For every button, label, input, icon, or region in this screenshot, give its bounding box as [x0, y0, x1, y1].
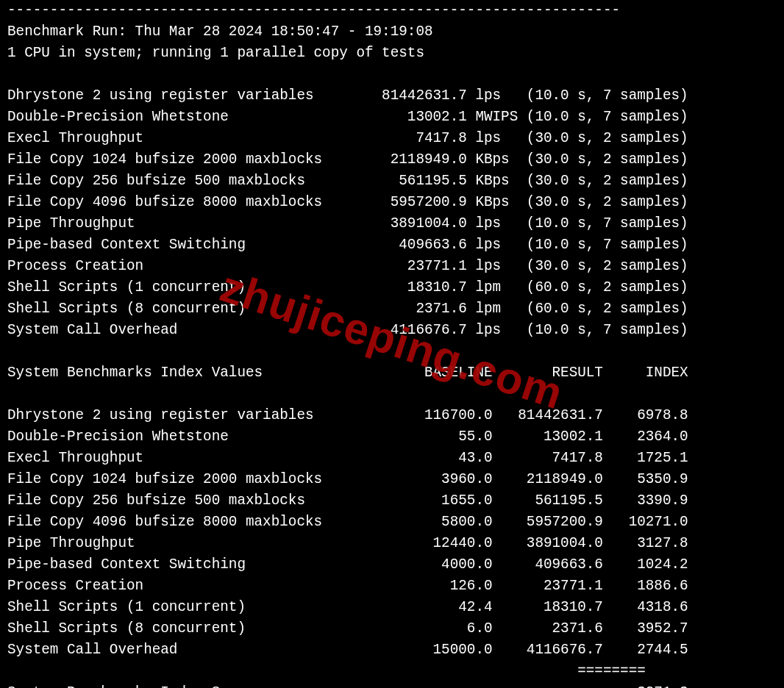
run-line: Benchmark Run: Thu Mar 28 2024 18:50:47 …	[7, 24, 433, 40]
score-divider: ========	[7, 663, 646, 679]
cpu-line: 1 CPU in system; running 1 parallel copy…	[7, 45, 424, 61]
score-line: System Benchmarks Index Score 3271.3	[7, 684, 688, 688]
index-header: System Benchmarks Index Values BASELINE …	[7, 365, 688, 381]
tests-block: Dhrystone 2 using register variables 814…	[7, 87, 688, 338]
index-block: Dhrystone 2 using register variables 116…	[7, 407, 688, 658]
divider-line: ----------------------------------------…	[7, 2, 620, 18]
terminal-output: ----------------------------------------…	[0, 0, 784, 688]
